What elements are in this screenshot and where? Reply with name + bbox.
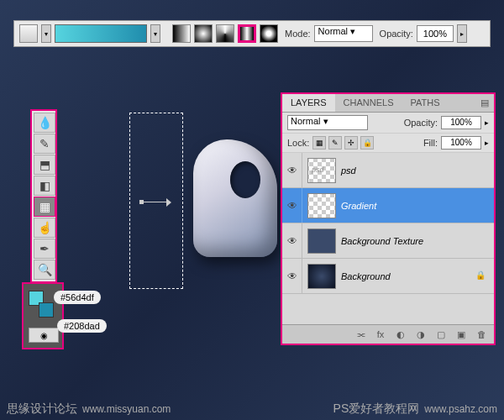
watermark-left: 思缘设计论坛 www.missyuan.com: [7, 402, 171, 417]
layers-panel-footer: ⫘ fx ◐ ◑ ▢ ▣ 🗑: [282, 324, 494, 344]
background-color-swatch[interactable]: [39, 302, 54, 318]
clone-stamp-tool[interactable]: ⬒: [34, 155, 55, 175]
layer-row[interactable]: 👁 Gradient: [282, 188, 494, 223]
tab-channels[interactable]: CHANNELS: [335, 94, 402, 112]
layer-group-icon[interactable]: ▢: [433, 328, 449, 341]
layer-mask-icon[interactable]: ◐: [393, 328, 408, 341]
eraser-tool[interactable]: ◧: [34, 176, 55, 196]
layer-thumbnail[interactable]: psd: [307, 158, 336, 183]
gradient-type-linear[interactable]: [172, 24, 191, 43]
opacity-dropdown[interactable]: ▸: [457, 24, 467, 43]
canvas-3d-letter: [193, 139, 286, 274]
visibility-eye-icon[interactable]: 👁: [282, 259, 302, 293]
mode-label: Mode:: [285, 29, 311, 39]
gradient-picker-dropdown[interactable]: ▾: [150, 24, 160, 43]
tool-preset-dropdown[interactable]: ▾: [41, 24, 51, 43]
quick-mask-icon[interactable]: ◉: [29, 328, 59, 343]
layer-row[interactable]: 👁 psd psd: [282, 153, 494, 188]
layer-thumbnail[interactable]: [307, 228, 336, 254]
layer-opacity-label: Opacity:: [404, 118, 438, 128]
link-layers-icon[interactable]: ⫘: [353, 328, 368, 341]
layer-opacity-input[interactable]: 100%: [441, 116, 481, 129]
smudge-tool[interactable]: ☝: [34, 218, 55, 238]
tools-strip: 💧 ✎ ⬒ ◧ ▦ ☝ ✒ 🔍: [30, 109, 57, 283]
new-layer-icon[interactable]: ▣: [454, 328, 469, 341]
gradient-picker[interactable]: [55, 24, 147, 43]
layer-row[interactable]: 👁 Background Texture: [282, 223, 494, 259]
gradient-type-reflected[interactable]: [238, 24, 256, 43]
foreground-hex-label: #56d4df: [54, 291, 101, 304]
layer-thumbnail[interactable]: [307, 264, 336, 289]
blend-mode-select[interactable]: Normal ▾: [314, 25, 373, 42]
panel-tabs: LAYERS CHANNELS PATHS ▤: [282, 94, 494, 113]
layers-panel: LAYERS CHANNELS PATHS ▤ Normal ▾ Opacity…: [281, 92, 496, 345]
panel-menu-icon[interactable]: ▤: [475, 94, 494, 112]
layer-name[interactable]: Background: [341, 271, 475, 281]
lock-all-icon[interactable]: 🔒: [360, 136, 374, 150]
layer-fx-icon[interactable]: fx: [373, 328, 388, 341]
chevron-icon[interactable]: ▸: [485, 139, 489, 147]
tab-paths[interactable]: PATHS: [402, 94, 449, 112]
pen-tool[interactable]: ✒: [34, 239, 55, 259]
blur-tool[interactable]: 💧: [34, 113, 55, 133]
gradient-type-angle[interactable]: [216, 24, 234, 43]
lock-position-icon[interactable]: ✢: [344, 136, 358, 150]
opacity-input[interactable]: 100%: [417, 25, 454, 42]
lock-icon: 🔒: [475, 270, 487, 282]
background-hex-label: #208dad: [57, 319, 107, 333]
opacity-label: Opacity:: [380, 29, 413, 39]
tab-layers[interactable]: LAYERS: [282, 94, 335, 112]
layer-row[interactable]: 👁 Background 🔒: [282, 259, 494, 294]
brush-tool[interactable]: ✎: [34, 134, 55, 154]
layer-blend-mode-select[interactable]: Normal ▾: [287, 115, 368, 130]
layer-thumbnail[interactable]: [307, 193, 336, 218]
adjustment-layer-icon[interactable]: ◑: [413, 328, 428, 341]
visibility-eye-icon[interactable]: 👁: [282, 223, 302, 258]
layer-list: 👁 psd psd 👁 Gradient 👁 Background Textur…: [282, 153, 494, 324]
gradient-drag-indicator: [141, 198, 171, 207]
tool-preset-icon[interactable]: [19, 24, 38, 43]
layer-name[interactable]: Background Texture: [341, 236, 494, 246]
chevron-icon[interactable]: ▸: [485, 118, 489, 127]
lock-image-icon[interactable]: ✎: [328, 136, 342, 150]
visibility-eye-icon[interactable]: 👁: [282, 188, 302, 223]
fill-label: Fill:: [423, 138, 438, 148]
lock-transparency-icon[interactable]: ▦: [312, 136, 326, 150]
layer-name[interactable]: Gradient: [341, 201, 494, 211]
gradient-type-diamond[interactable]: [260, 24, 278, 43]
gradient-options-bar: ▾ ▾ Mode: Normal ▾ Opacity: 100% ▸: [13, 20, 491, 47]
lock-label: Lock:: [287, 138, 309, 148]
zoom-tool[interactable]: 🔍: [34, 260, 55, 280]
gradient-type-radial[interactable]: [194, 24, 213, 43]
visibility-eye-icon[interactable]: 👁: [282, 153, 302, 187]
layer-name[interactable]: psd: [341, 165, 494, 176]
fill-input[interactable]: 100%: [441, 136, 481, 150]
delete-layer-icon[interactable]: 🗑: [474, 328, 489, 341]
gradient-tool[interactable]: ▦: [34, 197, 55, 217]
watermark-right: PS爱好者教程网 www.psahz.com: [333, 402, 497, 417]
